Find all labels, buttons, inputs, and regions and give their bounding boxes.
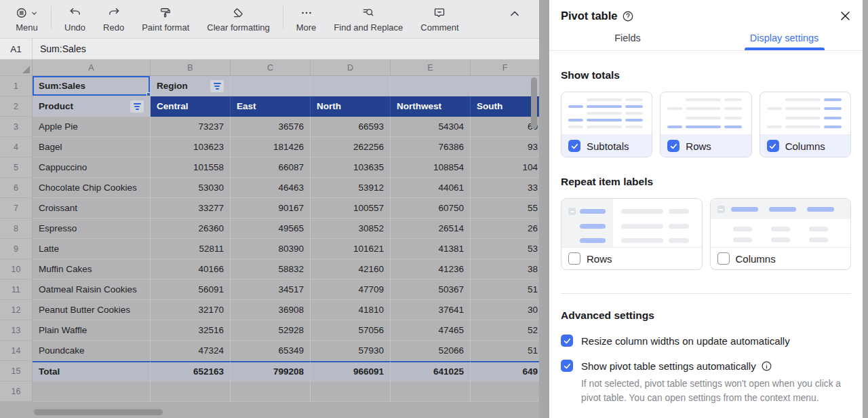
cell-product-name[interactable]: Plain Waffle [33, 320, 151, 341]
cell-value[interactable]: 53 [471, 239, 539, 259]
cell-value[interactable]: 33277 [151, 198, 231, 218]
cell-total-value[interactable]: 799208 [231, 361, 311, 381]
filter-icon[interactable] [130, 100, 144, 113]
cell-product-name[interactable]: Bagel [33, 137, 151, 157]
cell-value[interactable]: 41381 [391, 239, 471, 259]
advanced-option-1-checkbox[interactable] [561, 360, 573, 372]
cell-value[interactable]: 60750 [391, 198, 471, 218]
card-option-subtotals[interactable]: Subtotals [561, 134, 652, 157]
cell-value[interactable]: 52928 [231, 320, 311, 341]
cell-value[interactable]: 41236 [391, 259, 471, 280]
row-header-3[interactable]: 3 [0, 117, 33, 137]
vertical-scrollbar[interactable] [531, 77, 537, 129]
cell-value[interactable]: 50367 [391, 280, 471, 300]
cell-value[interactable]: 73237 [151, 117, 231, 137]
horizontal-scrollbar[interactable] [34, 409, 163, 415]
close-panel-button[interactable] [839, 10, 852, 22]
advanced-option-1[interactable]: Show pivot table settings automatically [561, 360, 851, 372]
row-header-8[interactable]: 8 [0, 218, 33, 239]
cell-value[interactable]: 37641 [391, 300, 471, 320]
row-header-16[interactable]: 16 [0, 381, 33, 402]
cell-value[interactable]: 100557 [311, 198, 391, 218]
region-header-north[interactable]: North [311, 96, 391, 117]
cell-product-name[interactable]: Apple Pie [33, 117, 151, 137]
cell-value[interactable]: 52811 [151, 239, 231, 259]
find-replace-button[interactable]: Find and Replace [325, 5, 412, 33]
cell-product-name[interactable]: Peanut Butter Cookies [33, 300, 151, 320]
column-header-a[interactable]: A [33, 60, 151, 76]
cell-value[interactable]: 60 [471, 117, 539, 137]
cell-product-name[interactable]: Chocolate Chip Cookies [33, 178, 151, 198]
region-header-central[interactable]: Central [151, 96, 231, 117]
cell-value[interactable]: 26 [471, 218, 539, 239]
region-header-south[interactable]: South [471, 96, 539, 117]
row-header-1[interactable]: 1 [0, 76, 33, 96]
cell-product-name[interactable]: Poundcake [33, 341, 151, 361]
cell-value[interactable]: 57056 [311, 320, 391, 341]
column-header-d[interactable]: D [311, 60, 391, 76]
cell-value[interactable]: 108854 [391, 157, 471, 178]
cell-value[interactable]: 44061 [391, 178, 471, 198]
card-columns[interactable]: Columns [760, 92, 851, 157]
cell-value[interactable]: 90167 [231, 198, 311, 218]
cell-value[interactable]: 47324 [151, 341, 231, 361]
cell-value[interactable]: 36576 [231, 117, 311, 137]
cell-value[interactable]: 104 [471, 157, 539, 178]
cell-empty[interactable] [231, 381, 311, 402]
cell-value[interactable]: 32516 [151, 320, 231, 341]
cell-value[interactable]: 66593 [311, 117, 391, 137]
row-header-6[interactable]: 6 [0, 178, 33, 198]
column-header-e[interactable]: E [391, 60, 471, 76]
formula-input[interactable]: Sum:Sales [33, 39, 86, 59]
row-header-14[interactable]: 14 [0, 341, 33, 361]
cell-value[interactable]: 93 [471, 137, 539, 157]
advanced-option-0[interactable]: Resize column widths on update automatic… [561, 335, 851, 347]
cell-value[interactable]: 32170 [151, 300, 231, 320]
cell-value[interactable]: 36908 [231, 300, 311, 320]
cell-value[interactable]: 30 [471, 300, 539, 320]
undo-button[interactable]: Undo [56, 5, 94, 33]
cell-total-value[interactable]: 641025 [391, 361, 471, 381]
comment-button[interactable]: Comment [412, 5, 467, 33]
collapse-toolbar-button[interactable] [508, 7, 521, 23]
cell-value[interactable]: 54304 [391, 117, 471, 137]
cell-value[interactable]: 57930 [311, 341, 391, 361]
column-header-c[interactable]: C [231, 60, 311, 76]
cell-value[interactable]: 53912 [311, 178, 391, 198]
card-option-rows[interactable]: Rows [660, 134, 751, 157]
cell-value[interactable]: 30852 [311, 218, 391, 239]
cell-value[interactable]: 101558 [151, 157, 231, 178]
cell-value[interactable]: 56091 [151, 280, 231, 300]
menu-button[interactable]: Menu [7, 5, 47, 33]
row-header-10[interactable]: 10 [0, 259, 33, 280]
cell-value[interactable]: 26514 [391, 218, 471, 239]
cell-product-name[interactable]: Oatmeal Raisin Cookies [33, 280, 151, 300]
region-header-east[interactable]: East [231, 96, 311, 117]
cell-product-name[interactable]: Muffin Cakes [33, 259, 151, 280]
cell-value[interactable]: 76386 [391, 137, 471, 157]
cell-value[interactable]: 47709 [311, 280, 391, 300]
help-circle-icon[interactable] [622, 10, 634, 22]
cell-value[interactable]: 52066 [391, 341, 471, 361]
cell-product-name[interactable]: Latte [33, 239, 151, 259]
subtotals-checkbox[interactable] [568, 140, 580, 152]
cell-value[interactable]: 51 [471, 280, 539, 300]
column-header-b[interactable]: B [151, 60, 231, 76]
clear-formatting-button[interactable]: Clear formatting [198, 5, 278, 33]
cell-product-name[interactable]: Croissant [33, 198, 151, 218]
row-header-15[interactable]: 15 [0, 361, 33, 381]
cell-value[interactable]: 47465 [391, 320, 471, 341]
card-option-rows[interactable]: Rows [561, 247, 702, 269]
cell-product-field[interactable]: Product [33, 96, 151, 117]
region-header-northwest[interactable]: Northwest [391, 96, 471, 117]
more-button[interactable]: More [288, 5, 326, 33]
cell-empty[interactable] [391, 76, 471, 96]
row-header-9[interactable]: 9 [0, 239, 33, 259]
card-option-columns[interactable]: Columns [760, 134, 850, 157]
tab-fields[interactable]: Fields [549, 25, 706, 50]
row-header-7[interactable]: 7 [0, 198, 33, 218]
cell-value[interactable]: 181426 [231, 137, 311, 157]
cell-empty[interactable] [311, 76, 391, 96]
filter-icon[interactable] [210, 80, 224, 92]
select-all-corner[interactable] [0, 60, 33, 76]
